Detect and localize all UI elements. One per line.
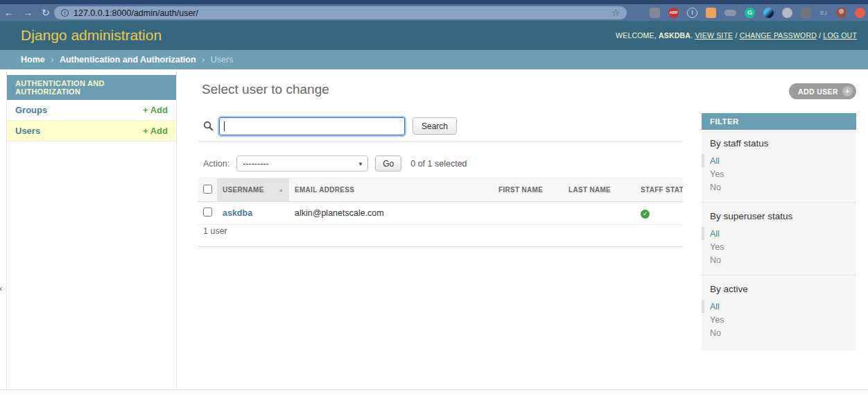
address-bar[interactable]: i 127.0.0.1:8000/admin/auth/user/ ☆ bbox=[54, 6, 627, 19]
eye-icon[interactable] bbox=[763, 8, 774, 18]
filter-option-yes[interactable]: Yes bbox=[710, 240, 848, 253]
filter-link[interactable]: All bbox=[710, 156, 720, 166]
bookmark-star-icon[interactable]: ☆ bbox=[611, 8, 620, 18]
breadcrumb-home[interactable]: Home bbox=[21, 55, 45, 65]
user-tools: WELCOME, ASKDBA. VIEW SITE / CHANGE PASS… bbox=[616, 21, 857, 50]
add-user-label: ADD USER bbox=[798, 87, 838, 96]
nav-sidebar: AUTHENTICATION AND AUTHORIZATION Groups … bbox=[7, 69, 177, 389]
results-table: USERNAME ▲ EMAIL ADDRESS FIRST NAME LAST… bbox=[198, 178, 683, 225]
row-checkbox[interactable] bbox=[203, 208, 212, 217]
filter-link[interactable]: No bbox=[710, 328, 721, 338]
forward-icon[interactable]: → bbox=[23, 7, 33, 18]
nav-sidebar-toggle[interactable]: « bbox=[0, 69, 7, 389]
filter-link[interactable]: No bbox=[710, 183, 721, 192]
filter-option-no[interactable]: No bbox=[710, 180, 848, 194]
view-site-link[interactable]: VIEW SITE bbox=[695, 31, 733, 40]
filter-option-all[interactable]: All bbox=[702, 300, 848, 313]
sidebar-item-groups[interactable]: Groups + Add bbox=[7, 100, 176, 121]
users-link[interactable]: Users bbox=[15, 126, 40, 136]
back-icon[interactable]: ← bbox=[4, 7, 14, 18]
column-header-first-name[interactable]: FIRST NAME bbox=[493, 178, 563, 202]
chevron-down-icon: ▾ bbox=[359, 160, 363, 167]
column-label: USERNAME bbox=[223, 186, 264, 194]
playlist-icon[interactable]: ≡♪ bbox=[819, 8, 828, 18]
info-circle-icon[interactable]: ! bbox=[687, 8, 697, 18]
column-header-staff-status[interactable]: STAFF STATUS bbox=[635, 178, 683, 202]
search-button[interactable]: Search bbox=[413, 117, 457, 135]
filter-heading: By active bbox=[710, 284, 848, 294]
sort-ascending-icon[interactable]: ▲ bbox=[279, 187, 284, 192]
filter-section-active: By active All Yes No bbox=[702, 275, 856, 348]
filter-section-superuser: By superuser status All Yes No bbox=[702, 202, 856, 275]
notification-icon[interactable] bbox=[855, 8, 865, 18]
email-cell: alkin@planetscale.com bbox=[289, 202, 493, 225]
grammarly-icon[interactable]: G bbox=[745, 8, 755, 18]
reload-icon[interactable]: ↻ bbox=[42, 7, 50, 18]
filter-link[interactable]: All bbox=[710, 229, 720, 239]
result-count: 1 user bbox=[198, 226, 683, 247]
filter-option-yes[interactable]: Yes bbox=[710, 167, 848, 180]
toggle-icon[interactable] bbox=[724, 10, 736, 16]
filter-link[interactable]: Yes bbox=[710, 315, 724, 325]
breadcrumb: Home › Authentication and Authorization … bbox=[0, 50, 868, 69]
search-icon bbox=[203, 121, 214, 131]
filter-link[interactable]: Yes bbox=[710, 242, 724, 252]
search-input[interactable] bbox=[219, 117, 405, 135]
filter-link[interactable]: Yes bbox=[710, 169, 724, 179]
puzzle-icon[interactable] bbox=[801, 8, 811, 18]
collapse-sidebar-icon[interactable]: « bbox=[0, 283, 2, 294]
link-separator: / bbox=[819, 31, 821, 40]
actions-row: Action: --------- ▾ Go 0 of 1 selected bbox=[203, 155, 467, 171]
welcome-text: WELCOME, bbox=[616, 31, 657, 40]
column-header-username[interactable]: USERNAME ▲ bbox=[217, 178, 289, 202]
filter-title: FILTER bbox=[702, 113, 856, 130]
add-user-link[interactable]: + Add bbox=[143, 126, 168, 136]
filter-link[interactable]: All bbox=[710, 302, 720, 312]
search-toolbar: Search bbox=[198, 111, 683, 142]
emoji-face-icon[interactable] bbox=[706, 8, 716, 18]
site-info-icon[interactable]: i bbox=[61, 9, 69, 17]
app-module-title: AUTHENTICATION AND AUTHORIZATION bbox=[7, 75, 176, 100]
username-cell: askdba bbox=[217, 202, 289, 225]
sidebar-item-users[interactable]: Users + Add bbox=[7, 121, 176, 142]
change-password-link[interactable]: CHANGE PASSWORD bbox=[740, 31, 817, 40]
url-text[interactable]: 127.0.0.1:8000/admin/auth/user/ bbox=[73, 8, 198, 18]
go-button[interactable]: Go bbox=[375, 155, 401, 171]
page-title: Select user to change bbox=[202, 82, 329, 97]
staff-status-cell: ✓ bbox=[635, 202, 683, 225]
changelist: Select user to change Search Action: ---… bbox=[198, 69, 683, 389]
filter-option-no[interactable]: No bbox=[710, 326, 848, 339]
table-header-row: USERNAME ▲ EMAIL ADDRESS FIRST NAME LAST… bbox=[198, 178, 683, 202]
column-header-email[interactable]: EMAIL ADDRESS bbox=[289, 178, 493, 202]
action-selected-value: --------- bbox=[243, 159, 268, 169]
breadcrumb-app[interactable]: Authentication and Authorization bbox=[60, 55, 196, 65]
breadcrumb-current: Users bbox=[211, 55, 234, 65]
avatar[interactable] bbox=[836, 8, 847, 18]
filter-option-all[interactable]: All bbox=[702, 154, 848, 167]
text-caret bbox=[224, 121, 225, 131]
user-object-link[interactable]: askdba bbox=[223, 208, 252, 218]
filter-option-yes[interactable]: Yes bbox=[710, 313, 848, 326]
log-out-link[interactable]: LOG OUT bbox=[823, 31, 857, 40]
action-label: Action: bbox=[203, 159, 229, 169]
row-select-cell bbox=[198, 202, 217, 225]
link-separator: / bbox=[735, 31, 737, 40]
first-name-cell bbox=[493, 202, 563, 225]
adblock-icon[interactable]: ABP bbox=[668, 8, 679, 18]
filter-option-no[interactable]: No bbox=[710, 253, 848, 267]
action-select[interactable]: --------- ▾ bbox=[236, 155, 368, 171]
content-area: « AUTHENTICATION AND AUTHORIZATION Group… bbox=[0, 69, 868, 390]
add-group-link[interactable]: + Add bbox=[143, 105, 168, 115]
column-header-last-name[interactable]: LAST NAME bbox=[563, 178, 635, 202]
extension-badge-icon[interactable] bbox=[650, 8, 660, 18]
add-user-button[interactable]: ADD USER + bbox=[789, 83, 856, 99]
django-admin-page: ← → ↻ i 127.0.0.1:8000/admin/auth/user/ … bbox=[0, 0, 868, 397]
breadcrumb-separator: › bbox=[202, 55, 205, 65]
select-all-checkbox[interactable] bbox=[203, 185, 212, 194]
filter-option-all[interactable]: All bbox=[702, 227, 848, 240]
sphere-icon[interactable] bbox=[782, 8, 792, 18]
filter-link[interactable]: No bbox=[710, 255, 721, 265]
groups-link[interactable]: Groups bbox=[15, 105, 47, 115]
site-branding[interactable]: Django administration bbox=[21, 21, 162, 50]
breadcrumb-separator: › bbox=[51, 55, 53, 65]
